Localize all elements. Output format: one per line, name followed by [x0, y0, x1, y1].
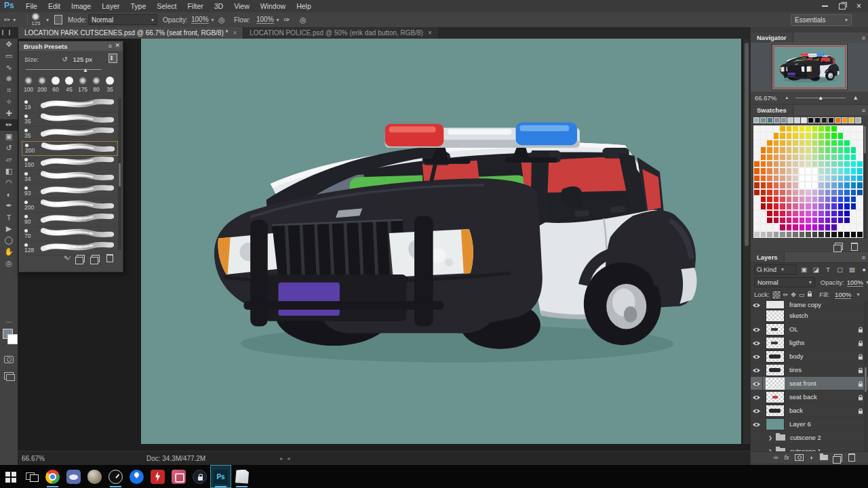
swatch-cell[interactable]: [837, 196, 844, 203]
swatch-cell[interactable]: [792, 203, 799, 209]
layer-thumbnail[interactable]: [766, 391, 785, 403]
swatch-cell[interactable]: [825, 182, 831, 188]
swatch-cell[interactable]: [792, 167, 799, 174]
brush-list-scrollbar[interactable]: [118, 98, 121, 250]
tab-navigator[interactable]: Navigator: [751, 33, 793, 43]
layer-blend-mode-select[interactable]: Normal▾: [754, 277, 815, 287]
tool-history-brush[interactable]: ↺: [0, 142, 18, 154]
layer-visibility-toggle[interactable]: [751, 363, 763, 376]
adjustment-layer-icon[interactable]: ◐: [810, 454, 813, 461]
taskbar-photoshop[interactable]: Ps: [210, 465, 231, 488]
edit-toolbar-icon[interactable]: …: [0, 317, 18, 324]
swatch-cell[interactable]: [812, 132, 818, 139]
swatch-cell[interactable]: [818, 175, 825, 182]
swatch-cell[interactable]: [779, 203, 786, 209]
brush-size-field[interactable]: 125 px: [73, 56, 93, 63]
swatch-cell[interactable]: [766, 210, 773, 217]
swatch-cell[interactable]: [825, 140, 831, 146]
swatch-cell[interactable]: [753, 210, 760, 217]
layer-visibility-toggle[interactable]: [751, 431, 763, 444]
swatch-cell[interactable]: [779, 132, 786, 139]
swatch-cell[interactable]: [786, 161, 793, 167]
swatch-cell[interactable]: [766, 175, 773, 182]
swatch-cell[interactable]: [837, 189, 844, 196]
taskbar-notepad[interactable]: [231, 465, 252, 488]
swatch-cell[interactable]: [818, 217, 825, 224]
new-brush-icon[interactable]: [77, 255, 85, 262]
swatch-cell[interactable]: [818, 210, 825, 217]
brush-preset-row[interactable]: 200: [22, 199, 117, 213]
swatch-cell[interactable]: [856, 140, 863, 146]
swatch-cell[interactable]: [856, 231, 863, 238]
zoom-in-icon[interactable]: ▲: [852, 94, 859, 101]
swatch-cell[interactable]: [831, 210, 837, 217]
swatch-cell[interactable]: [760, 154, 767, 161]
swatch-cell[interactable]: [818, 167, 825, 174]
swatch-cell[interactable]: [773, 132, 780, 139]
layer-visibility-toggle[interactable]: [751, 377, 763, 390]
swatch-cell[interactable]: [844, 182, 850, 188]
layer-visibility-toggle[interactable]: [751, 404, 763, 417]
swatch-cell[interactable]: [760, 146, 767, 153]
swatch-cell[interactable]: [779, 167, 786, 174]
swatch-cell[interactable]: [812, 125, 818, 132]
swatch-cell[interactable]: [779, 217, 786, 224]
swatch-cell[interactable]: [786, 125, 793, 132]
layer-row[interactable]: ❯cutscene 2: [751, 431, 868, 445]
swatch-cell[interactable]: [760, 167, 767, 174]
swatch-cell[interactable]: [812, 231, 818, 238]
swatch-cell[interactable]: [825, 125, 831, 132]
swatch-cell[interactable]: [856, 189, 863, 196]
swatch-cell[interactable]: [760, 125, 767, 132]
swatches-scrollbar[interactable]: [863, 125, 867, 239]
brush-preset-row[interactable]: 90: [22, 213, 117, 227]
brush-preset-row[interactable]: 19: [22, 98, 117, 113]
swatch-cell[interactable]: [799, 224, 806, 230]
tool-healing-brush[interactable]: ✚: [0, 108, 18, 119]
swatch-cell[interactable]: [837, 203, 844, 209]
swatch-cell[interactable]: [848, 117, 854, 123]
swatch-cell[interactable]: [850, 231, 857, 238]
swatch-cell[interactable]: [779, 189, 786, 196]
swatch-cell[interactable]: [844, 132, 850, 139]
swatch-cell[interactable]: [786, 146, 793, 153]
swatch-cell[interactable]: [850, 203, 857, 209]
layers-scrollbar[interactable]: [864, 301, 867, 451]
swatch-cell[interactable]: [781, 117, 787, 123]
swatch-cell[interactable]: [786, 210, 793, 217]
menu-type[interactable]: Type: [125, 0, 151, 12]
brush-tip-35[interactable]: 35: [103, 75, 117, 96]
taskbar-gimp[interactable]: [84, 465, 105, 488]
open-preset-manager-icon[interactable]: [92, 255, 100, 262]
swatch-cell[interactable]: [766, 167, 773, 174]
swatch-cell[interactable]: [753, 189, 760, 196]
swatch-cell[interactable]: [773, 189, 780, 196]
swatch-cell[interactable]: [760, 231, 767, 238]
status-bar-arrows[interactable]: ▸◂: [280, 455, 294, 462]
swatch-cell[interactable]: [856, 210, 863, 217]
swatch-cell[interactable]: [766, 189, 773, 196]
menu-file[interactable]: File: [20, 0, 43, 12]
add-mask-icon[interactable]: [795, 454, 804, 461]
swatch-cell[interactable]: [844, 140, 850, 146]
swatch-cell[interactable]: [831, 217, 837, 224]
tool-eyedropper[interactable]: ✧: [0, 96, 18, 108]
layer-row[interactable]: Layer 6: [751, 418, 868, 431]
taskbar-task-view[interactable]: [21, 465, 42, 488]
swatch-cell[interactable]: [850, 146, 857, 153]
swatch-cell[interactable]: [844, 167, 850, 174]
layer-row[interactable]: seat back: [751, 390, 868, 404]
layer-visibility-toggle[interactable]: [751, 390, 763, 403]
swatch-cell[interactable]: [837, 175, 844, 182]
swatch-cell[interactable]: [774, 117, 780, 123]
slider-thumb-icon[interactable]: ▲: [83, 67, 88, 73]
swatch-cell[interactable]: [837, 217, 844, 224]
swatch-cell[interactable]: [812, 196, 818, 203]
swatch-cell[interactable]: [792, 182, 799, 188]
swatch-cell[interactable]: [812, 167, 818, 174]
tool-blur[interactable]: ◠: [0, 177, 18, 188]
taskbar-media[interactable]: [168, 465, 189, 488]
canvas[interactable]: [141, 39, 741, 444]
swatch-cell[interactable]: [760, 203, 767, 209]
layer-thumbnail[interactable]: [766, 310, 785, 322]
